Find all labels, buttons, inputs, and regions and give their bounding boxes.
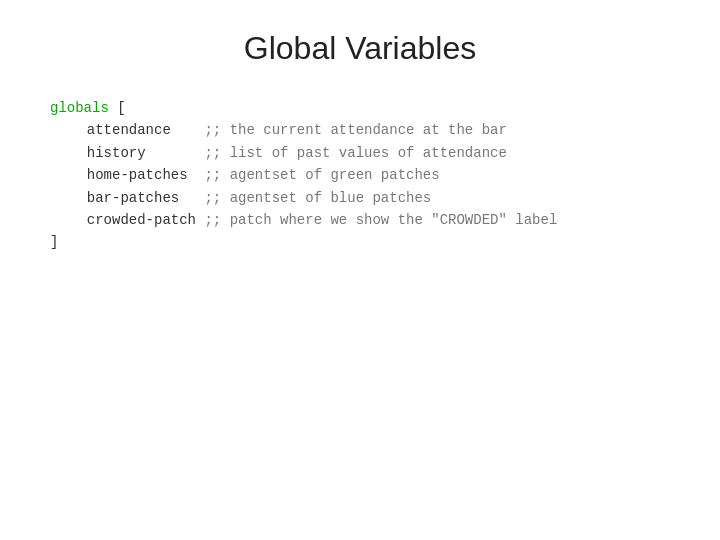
var-home-patches: home-patches <box>70 164 204 186</box>
home-patches-line: home-patches ;; agentset of green patche… <box>50 164 670 186</box>
page-title: Global Variables <box>50 30 670 67</box>
comment-bar-patches: ;; agentset of blue patches <box>204 187 431 209</box>
comment-crowded-patch: ;; patch where we show the "CROWDED" lab… <box>204 209 557 231</box>
var-attendance: attendance <box>70 119 204 141</box>
open-bracket: [ <box>109 97 126 119</box>
comment-history: ;; list of past values of attendance <box>204 142 506 164</box>
var-history: history <box>70 142 204 164</box>
crowded-patch-line: crowded-patch ;; patch where we show the… <box>50 209 670 231</box>
var-crowded-patch: crowded-patch <box>70 209 204 231</box>
globals-declaration-line: globals [ <box>50 97 670 119</box>
attendance-line: attendance ;; the current attendance at … <box>50 119 670 141</box>
close-bracket: ] <box>50 231 58 253</box>
page-container: Global Variables globals [ attendance ;;… <box>0 0 720 540</box>
history-line: history ;; list of past values of attend… <box>50 142 670 164</box>
var-bar-patches: bar-patches <box>70 187 204 209</box>
comment-attendance: ;; the current attendance at the bar <box>204 119 506 141</box>
comment-home-patches: ;; agentset of green patches <box>204 164 439 186</box>
globals-keyword: globals <box>50 97 109 119</box>
code-block: globals [ attendance ;; the current atte… <box>50 97 670 254</box>
bar-patches-line: bar-patches ;; agentset of blue patches <box>50 187 670 209</box>
close-bracket-line: ] <box>50 231 670 253</box>
